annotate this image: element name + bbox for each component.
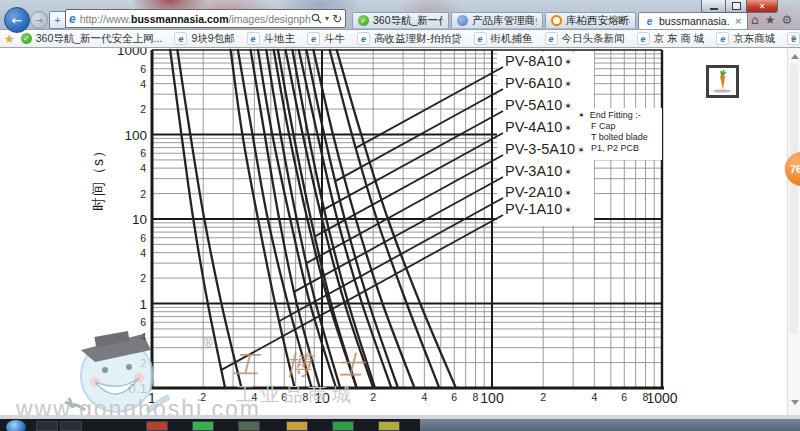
taskbar-icon[interactable] xyxy=(238,421,260,431)
curve-label-pv-4a10: PV-4A10✶ xyxy=(505,119,572,135)
legend-item: F Cap xyxy=(591,121,648,132)
bookmark-item[interactable]: e斗地主 xyxy=(247,32,296,46)
favorites-bar: ★ ✓360导航_新一代安全上网...e9块9包邮e斗地主e斗牛e高收益理财-拍… xyxy=(0,30,800,48)
taskbar-icon[interactable] xyxy=(36,421,58,431)
tab-bussmannasia-active[interactable]: e bussmannasia.com × xyxy=(638,12,748,29)
bookmark-ie-icon: e xyxy=(307,32,320,45)
taskbar-icon[interactable] xyxy=(332,421,354,431)
bookmark-item[interactable]: e斗牛 xyxy=(307,32,345,46)
tab-favicon-ie: e xyxy=(644,16,655,27)
restore-button[interactable] xyxy=(726,0,747,13)
carrot-icon xyxy=(709,68,736,95)
bookmark-label: 9块9包邮 xyxy=(191,32,234,46)
end-fitting-star-icon: ✶ xyxy=(564,188,572,198)
address-bar[interactable]: e http://www.bussmannasia.com/images/des… xyxy=(65,9,346,28)
bookmark-item[interactable]: e今日头条新闻 xyxy=(545,32,625,46)
bookmark-item[interactable]: e京 东 商 城 xyxy=(637,32,705,46)
tab-favicon-person xyxy=(457,15,468,26)
carrot-image-placeholder xyxy=(706,65,739,98)
curve-label-pv-6a10: PV-6A10✶ xyxy=(505,75,572,91)
curve-label-pv-2a10: PV-2A10✶ xyxy=(505,184,572,200)
ie-favicon: e xyxy=(69,12,76,26)
y-axis-title: 时间（s） xyxy=(90,137,110,217)
url-text[interactable]: http://www.bussmannasia.com/images/desig… xyxy=(80,13,311,25)
bookmark-ie-icon: e xyxy=(357,32,370,45)
bookmark-label: 京东商城 xyxy=(733,32,775,46)
page-content xyxy=(0,48,800,415)
tab-product-center[interactable]: 产品库管理商务中心 [... xyxy=(451,12,543,28)
legend-item: P1, P2 PCB xyxy=(591,143,648,154)
close-button[interactable]: ✕ xyxy=(747,0,778,13)
bookmark-item[interactable]: e街机捕鱼 xyxy=(474,32,533,46)
bookmark-label: 街机捕鱼 xyxy=(491,32,533,46)
taskbar-icon[interactable] xyxy=(60,421,82,431)
search-caret-icon[interactable]: ▾ xyxy=(325,14,329,23)
taskbar-open-window-strip[interactable] xyxy=(420,419,800,431)
curve-label-pv-8a10: PV-8A10✶ xyxy=(505,53,572,69)
window-buttons: ✕ xyxy=(701,0,778,13)
taskbar-icon[interactable] xyxy=(146,421,168,431)
bookmark-ie-icon: e xyxy=(174,32,187,45)
favorites-overflow-icon[interactable]: » xyxy=(790,31,796,42)
favorites-icon[interactable]: ★ xyxy=(765,13,776,27)
bookmark-ie-icon: e xyxy=(545,32,558,45)
end-fitting-star-icon: ✶ xyxy=(564,205,572,215)
favorites-bar-star-icon[interactable]: ★ xyxy=(4,32,15,46)
back-button[interactable]: ← xyxy=(4,7,30,33)
scroll-down-icon[interactable] xyxy=(791,400,799,405)
tab-cooper-fuse[interactable]: 库柏西安熔断器有限公... xyxy=(545,12,636,28)
end-fitting-star-icon: ✶ xyxy=(564,101,572,111)
bookmark-ie-icon: e xyxy=(637,32,650,45)
tab-bar: ✓ 360导航_新一代安全上... 产品库管理商务中心 [... 库柏西安熔断器… xyxy=(352,12,750,29)
curve-label-pv-1a10: PV-1A10✶ xyxy=(505,201,572,217)
bookmark-360-icon: ✓ xyxy=(21,33,32,44)
windows-taskbar[interactable] xyxy=(0,419,800,431)
bookmark-item[interactable]: e9块9包邮 xyxy=(174,32,234,46)
bookmark-label: 京 东 商 城 xyxy=(654,32,705,46)
bookmark-ie-icon: e xyxy=(716,32,729,45)
end-fitting-star-icon: ✶ xyxy=(564,57,572,67)
bookmark-ie-icon: e xyxy=(247,32,260,45)
start-button-orb[interactable] xyxy=(6,420,26,431)
search-icon[interactable] xyxy=(311,13,322,24)
bookmark-ie-icon: e xyxy=(474,32,487,45)
settings-gear-icon[interactable]: ⚙ xyxy=(781,13,792,27)
bookmark-label: 高收益理财-拍拍贷 xyxy=(374,32,462,46)
taskbar-icon[interactable] xyxy=(192,421,214,431)
refresh-icon[interactable]: ↻ xyxy=(332,12,342,26)
minimize-button[interactable] xyxy=(701,0,726,13)
tab-favicon-ring xyxy=(551,15,562,26)
curve-label-pv-5a10: PV-5A10✶ xyxy=(505,97,572,113)
curve-label-pv-3-5a10: PV-3-5A10✶ xyxy=(505,141,585,157)
tab-close-icon[interactable]: × xyxy=(734,16,742,26)
bookmark-item[interactable]: e京东商城 xyxy=(716,32,775,46)
legend-star-icon: ✶ xyxy=(578,110,585,121)
bookmark-label: 斗牛 xyxy=(324,32,345,46)
tab-favicon-360: ✓ xyxy=(358,15,369,26)
screenshot-root: { "browser": { "url": { "prefix": "http:… xyxy=(0,0,800,431)
scroll-up-icon[interactable] xyxy=(791,54,799,59)
tab-360nav[interactable]: ✓ 360导航_新一代安全上... xyxy=(352,12,449,28)
scrollbar-thumb[interactable] xyxy=(790,64,798,334)
home-icon[interactable]: ⌂ xyxy=(751,13,759,27)
compatibility-button[interactable]: + xyxy=(49,11,66,29)
end-fitting-star-icon: ✶ xyxy=(564,167,572,177)
bookmark-label: 今日头条新闻 xyxy=(562,32,625,46)
end-fitting-star-icon: ✶ xyxy=(564,123,572,133)
bookmark-label: 360导航_新一代安全上网... xyxy=(36,32,163,46)
legend-title: End Fitting :- xyxy=(590,110,641,121)
forward-button[interactable]: → xyxy=(30,11,48,29)
bookmark-item[interactable]: e高收益理财-拍拍贷 xyxy=(357,32,462,46)
vertical-scrollbar[interactable] xyxy=(787,48,800,415)
chart-legend: ✶ End Fitting :- F Cap T bolted blade P1… xyxy=(578,110,648,154)
legend-item: T bolted blade xyxy=(591,132,648,143)
bookmark-label: 斗地主 xyxy=(264,32,296,46)
taskbar-icon[interactable] xyxy=(378,421,400,431)
taskbar-icon[interactable] xyxy=(286,421,308,431)
end-fitting-star-icon: ✶ xyxy=(564,79,572,89)
curve-label-pv-3a10: PV-3A10✶ xyxy=(505,163,572,179)
bookmark-item[interactable]: ✓360导航_新一代安全上网... xyxy=(21,32,163,46)
